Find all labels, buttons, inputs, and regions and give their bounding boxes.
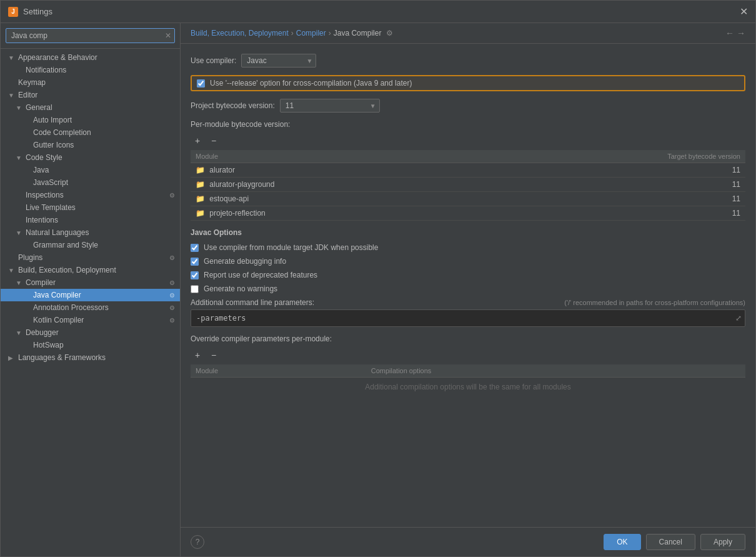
sidebar-item-build-exec-deploy[interactable]: ▼ Build, Execution, Deployment: [1, 264, 180, 276]
javac-options-title: Javac Options: [191, 228, 745, 237]
breadcrumb-nav: ← →: [725, 28, 745, 38]
project-bytecode-label: Project bytecode version:: [191, 101, 275, 110]
sidebar-item-gutter-icons[interactable]: Gutter Icons: [1, 139, 180, 151]
add-override-button[interactable]: +: [191, 348, 204, 362]
settings-dialog: J Settings ✕ ✕ ▼ Appearance & Behavior: [0, 0, 756, 557]
release-option-checkbox[interactable]: [197, 79, 205, 88]
sidebar-item-label: Natural Languages: [26, 228, 89, 237]
sidebar-item-code-completion[interactable]: Code Completion: [1, 126, 180, 139]
sidebar-item-kotlin-compiler[interactable]: Kotlin Compiler ⚙: [1, 314, 180, 326]
no-warnings-checkbox[interactable]: [191, 285, 199, 293]
module-name: 📁 estoque-api: [191, 192, 478, 206]
sidebar-item-hotswap[interactable]: HotSwap: [1, 339, 180, 351]
sidebar-item-label: Annotation Processors: [33, 303, 109, 312]
sidebar-item-live-templates[interactable]: Live Templates: [1, 201, 180, 214]
project-bytecode-row: Project bytecode version: 11 8 9 10 12 ▼: [191, 99, 745, 113]
override-table: Module Compilation options Additional co…: [191, 364, 745, 396]
search-box: ✕: [1, 23, 180, 49]
folder-icon: 📁: [196, 209, 205, 218]
sidebar-item-inspections[interactable]: Inspections ⚙: [1, 189, 180, 201]
breadcrumb-compiler[interactable]: Compiler: [296, 29, 326, 38]
sidebar-item-notifications[interactable]: Notifications: [1, 64, 180, 76]
sidebar-item-label: Appearance & Behavior: [18, 53, 97, 62]
sidebar-item-natural-languages[interactable]: ▼ Natural Languages: [1, 226, 180, 239]
sidebar-item-grammar-style[interactable]: Grammar and Style: [1, 239, 180, 251]
arrow-icon: ▼: [16, 279, 23, 286]
sidebar-item-label: Java Compiler: [33, 291, 81, 299]
cancel-button[interactable]: Cancel: [646, 534, 695, 550]
sidebar-item-label: HotSwap: [33, 341, 64, 349]
module-name: 📁 alurator-playground: [191, 178, 478, 192]
close-button[interactable]: ✕: [740, 6, 748, 18]
help-button[interactable]: ?: [191, 535, 204, 549]
module-name: 📁 alurator: [191, 163, 478, 178]
sidebar-item-label: Build, Execution, Deployment: [18, 266, 116, 274]
sidebar-item-java-compiler[interactable]: Java Compiler ⚙: [1, 289, 180, 301]
sidebar-item-label: Languages & Frameworks: [18, 353, 106, 362]
report-deprecated-label[interactable]: Report use of deprecated features: [204, 271, 317, 279]
bottom-bar: ? OK Cancel Apply: [181, 527, 755, 556]
breadcrumb-sep-1: ›: [291, 29, 294, 38]
sidebar-item-label: Java: [33, 166, 49, 174]
search-input[interactable]: [6, 28, 175, 43]
module-column-header: Module: [191, 150, 478, 163]
compiler-select-wrapper: Javac Eclipse Ajc ▼: [241, 54, 316, 68]
sidebar-item-languages-frameworks[interactable]: ▶ Languages & Frameworks: [1, 351, 180, 364]
sidebar-item-keymap[interactable]: Keymap: [1, 76, 180, 89]
sidebar-item-label: Keymap: [18, 78, 46, 87]
sidebar-item-plugins[interactable]: Plugins ⚙: [1, 251, 180, 264]
settings-icon: ⚙: [169, 279, 175, 286]
no-warnings-label[interactable]: Generate no warnings: [204, 284, 277, 293]
bytecode-version-select[interactable]: 11 8 9 10 12: [280, 99, 380, 113]
generate-debugging-label[interactable]: Generate debugging info: [204, 257, 286, 266]
sidebar-item-code-style[interactable]: ▼ Code Style: [1, 151, 180, 164]
gear-icon[interactable]: ⚙: [386, 29, 393, 38]
sidebar-tree: ▼ Appearance & Behavior Notifications Ke…: [1, 49, 180, 556]
sidebar-item-annotation-processors[interactable]: Annotation Processors ⚙: [1, 301, 180, 314]
sidebar-item-label: Gutter Icons: [33, 141, 74, 149]
report-deprecated-checkbox[interactable]: [191, 271, 199, 279]
module-version: 11: [478, 163, 746, 178]
sidebar-item-debugger[interactable]: ▼ Debugger: [1, 326, 180, 339]
apply-button[interactable]: Apply: [700, 534, 745, 550]
sidebar-item-editor[interactable]: ▼ Editor: [1, 89, 180, 101]
sidebar-item-appearance[interactable]: ▼ Appearance & Behavior: [1, 51, 180, 64]
use-compiler-module-checkbox[interactable]: [191, 244, 199, 252]
override-label: Override compiler parameters per-module:: [191, 334, 745, 343]
ok-button[interactable]: OK: [604, 534, 640, 550]
target-version-column-header: Target bytecode version: [478, 150, 746, 163]
nav-back-button[interactable]: ←: [725, 28, 734, 38]
sidebar-item-java[interactable]: Java: [1, 164, 180, 176]
search-clear-icon[interactable]: ✕: [165, 31, 171, 40]
sidebar-item-general[interactable]: ▼ General: [1, 101, 180, 114]
settings-icon: ⚙: [169, 254, 175, 261]
remove-module-button[interactable]: −: [207, 134, 221, 148]
sidebar-item-compiler[interactable]: ▼ Compiler ⚙: [1, 276, 180, 289]
add-module-button[interactable]: +: [191, 134, 204, 148]
compiler-select[interactable]: Javac Eclipse Ajc: [241, 54, 316, 68]
sidebar-item-auto-import[interactable]: Auto Import: [1, 114, 180, 126]
expand-icon[interactable]: ⤢: [735, 314, 742, 323]
cmd-params-section: Additional command line parameters: ('/'…: [191, 298, 745, 327]
sidebar-item-label: Auto Import: [33, 116, 72, 124]
sidebar-item-label: Kotlin Compiler: [33, 316, 84, 324]
use-compiler-module-label[interactable]: Use compiler from module target JDK when…: [204, 243, 378, 252]
bottom-buttons: OK Cancel Apply: [604, 534, 745, 550]
sidebar-item-label: Grammar and Style: [33, 241, 98, 249]
use-compiler-label: Use compiler:: [191, 56, 236, 65]
folder-icon: 📁: [196, 194, 205, 203]
sidebar-item-label: Inspections: [26, 191, 64, 199]
cmd-input[interactable]: [191, 309, 745, 327]
release-option-label[interactable]: Use '--release' option for cross-compila…: [210, 79, 412, 88]
arrow-icon: ▼: [8, 92, 16, 99]
sidebar-item-intentions[interactable]: Intentions: [1, 214, 180, 226]
module-name-text: estoque-api: [209, 194, 249, 203]
nav-forward-button[interactable]: →: [737, 28, 745, 38]
generate-debugging-checkbox[interactable]: [191, 258, 199, 266]
breadcrumb-build[interactable]: Build, Execution, Deployment: [191, 29, 289, 38]
sidebar-item-javascript[interactable]: JavaScript: [1, 176, 180, 189]
arrow-icon: ▼: [8, 54, 16, 61]
table-row: 📁 estoque-api 11: [191, 192, 745, 206]
sidebar-item-label: Compiler: [26, 278, 56, 287]
remove-override-button[interactable]: −: [207, 348, 221, 362]
